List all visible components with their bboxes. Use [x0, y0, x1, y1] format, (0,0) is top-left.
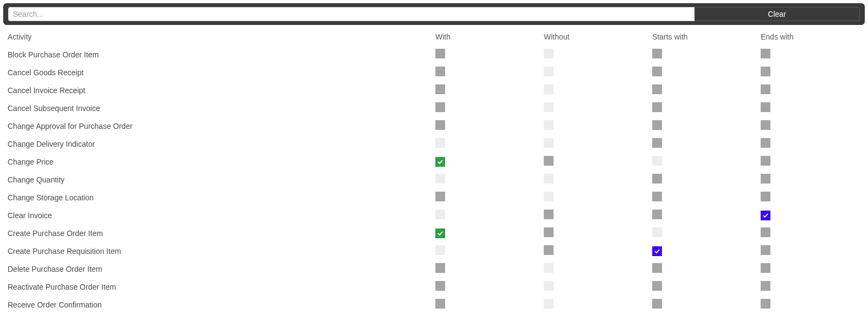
checkbox-starts[interactable] — [652, 138, 662, 148]
checkbox-with[interactable] — [435, 84, 445, 94]
checkbox-starts[interactable] — [652, 84, 662, 94]
checkbox-without[interactable] — [544, 192, 554, 201]
checkbox-without[interactable] — [544, 174, 554, 184]
cell-without — [539, 135, 648, 153]
checkbox-without[interactable] — [544, 67, 554, 76]
col-header-activity: Activity — [3, 28, 431, 45]
activity-name: Cancel Goods Receipt — [3, 63, 431, 81]
checkbox-ends[interactable] — [761, 281, 770, 291]
checkbox-with[interactable] — [435, 263, 445, 273]
cell-with — [431, 206, 539, 224]
checkbox-starts[interactable] — [652, 246, 662, 256]
cell-starts — [648, 153, 756, 171]
checkbox-without[interactable] — [544, 84, 554, 94]
checkbox-without[interactable] — [544, 245, 554, 255]
checkbox-with[interactable] — [435, 299, 445, 309]
checkbox-ends[interactable] — [761, 120, 770, 130]
checkbox-ends[interactable] — [761, 245, 770, 255]
checkbox-ends[interactable] — [761, 211, 770, 220]
checkbox-starts[interactable] — [652, 49, 662, 58]
checkbox-starts[interactable] — [652, 174, 662, 184]
table-row: Cancel Goods Receipt — [3, 63, 865, 81]
cell-without — [539, 242, 648, 260]
cell-ends — [756, 206, 865, 224]
cell-ends — [756, 171, 865, 188]
table-row: Cancel Invoice Receipt — [3, 81, 865, 99]
table-body: Block Purchase Order ItemCancel Goods Re… — [3, 45, 865, 314]
checkbox-with[interactable] — [435, 102, 445, 112]
activity-table: Activity With Without Starts with Ends w… — [3, 28, 865, 314]
cell-without — [539, 45, 648, 63]
cell-starts — [648, 99, 756, 117]
checkbox-without[interactable] — [544, 120, 554, 130]
checkbox-starts[interactable] — [652, 67, 662, 76]
cell-without — [539, 278, 648, 296]
checkbox-without[interactable] — [544, 210, 554, 219]
cell-with — [431, 135, 539, 153]
cell-ends — [756, 63, 865, 81]
checkbox-without[interactable] — [544, 156, 554, 166]
cell-without — [539, 260, 648, 278]
cell-starts — [648, 135, 756, 153]
content-scroll[interactable]: Activity With Without Starts with Ends w… — [0, 28, 868, 314]
clear-button[interactable]: Clear — [695, 7, 860, 21]
col-header-starts: Starts with — [648, 28, 756, 45]
checkbox-with[interactable] — [435, 138, 445, 148]
checkbox-without[interactable] — [544, 102, 554, 112]
checkbox-ends[interactable] — [761, 156, 770, 166]
checkbox-without[interactable] — [544, 281, 554, 291]
checkbox-ends[interactable] — [761, 49, 770, 58]
checkbox-with[interactable] — [435, 245, 445, 255]
cell-with — [431, 188, 539, 206]
checkbox-starts[interactable] — [652, 102, 662, 112]
checkbox-starts[interactable] — [652, 210, 662, 219]
checkbox-without[interactable] — [544, 227, 554, 237]
cell-without — [539, 81, 648, 99]
cell-without — [539, 171, 648, 188]
checkbox-with[interactable] — [435, 67, 445, 76]
checkbox-ends[interactable] — [761, 263, 770, 273]
cell-with — [431, 296, 539, 313]
checkbox-starts[interactable] — [652, 281, 662, 291]
checkbox-with[interactable] — [435, 192, 445, 201]
checkbox-ends[interactable] — [761, 174, 770, 184]
checkbox-starts[interactable] — [652, 120, 662, 130]
checkbox-with[interactable] — [435, 120, 445, 130]
checkbox-starts[interactable] — [652, 299, 662, 309]
checkbox-with[interactable] — [435, 281, 445, 291]
checkbox-starts[interactable] — [652, 156, 662, 166]
checkbox-ends[interactable] — [761, 84, 770, 94]
checkbox-without[interactable] — [544, 263, 554, 273]
checkbox-ends[interactable] — [761, 102, 770, 112]
checkbox-ends[interactable] — [761, 227, 770, 237]
checkbox-starts[interactable] — [652, 227, 662, 237]
cell-with — [431, 260, 539, 278]
cell-ends — [756, 153, 865, 171]
checkbox-ends[interactable] — [761, 192, 770, 201]
cell-starts — [648, 117, 756, 135]
checkbox-starts[interactable] — [652, 192, 662, 201]
checkbox-without[interactable] — [544, 138, 554, 148]
search-input[interactable] — [8, 7, 695, 21]
checkbox-ends[interactable] — [761, 67, 770, 76]
checkbox-without[interactable] — [544, 299, 554, 309]
search-bar: Clear — [3, 3, 865, 25]
checkbox-with[interactable] — [435, 228, 445, 238]
checkbox-with[interactable] — [435, 174, 445, 184]
checkbox-without[interactable] — [544, 49, 554, 58]
cell-starts — [648, 296, 756, 313]
checkbox-starts[interactable] — [652, 263, 662, 273]
checkbox-ends[interactable] — [761, 299, 770, 309]
cell-starts — [648, 260, 756, 278]
checkbox-with[interactable] — [435, 49, 445, 58]
cell-ends — [756, 278, 865, 296]
cell-without — [539, 224, 648, 242]
checkbox-with[interactable] — [435, 157, 445, 167]
cell-with — [431, 45, 539, 63]
cell-ends — [756, 117, 865, 135]
checkbox-with[interactable] — [435, 210, 445, 219]
table-row: Block Purchase Order Item — [3, 45, 865, 63]
checkbox-ends[interactable] — [761, 138, 770, 148]
cell-without — [539, 63, 648, 81]
activity-name: Block Purchase Order Item — [3, 45, 431, 63]
